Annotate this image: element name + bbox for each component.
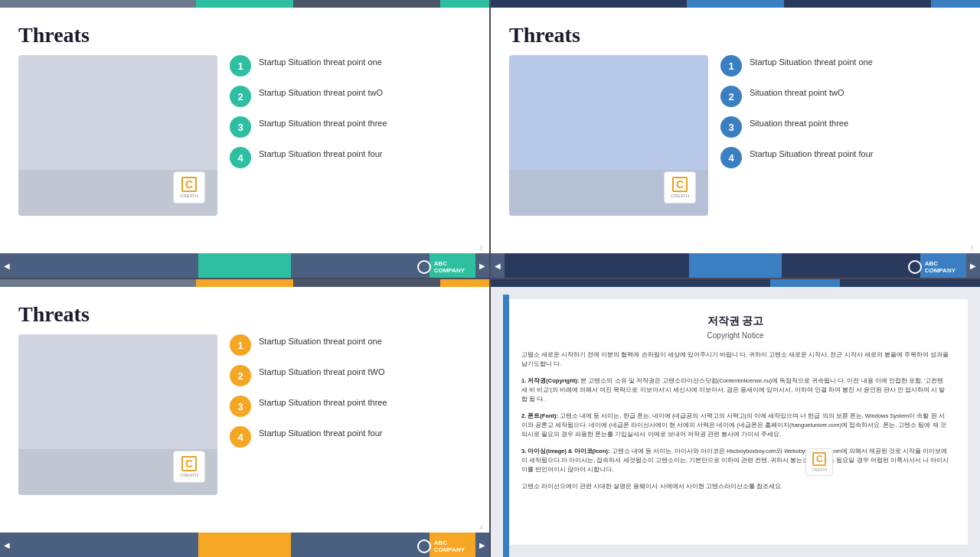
point-text-3: Startup Situation threat point three (259, 116, 387, 129)
s3-text-4: Startup Situation threat point four (259, 426, 382, 439)
slide-3-content-area: C CREATH 1 Startup Situation threat poin… (18, 334, 471, 495)
s4-top-2 (770, 279, 840, 287)
copyright-section-3: 3. 아이싱(Image) & 아이코(Icon): 고텐소 내에 등 서이는,… (521, 447, 949, 474)
next-arrow[interactable]: ▶ (475, 253, 489, 278)
next-arrow-icon: ▶ (479, 262, 485, 270)
s2-prev-arrow[interactable]: ◀ (491, 253, 505, 278)
point-item-4: 4 Startup Situation threat point four (230, 147, 471, 168)
slide-2-content: Threats C CREATH 1 Startup Situation thr… (491, 8, 980, 278)
slide-3: Threats C CREATH 1 Startup Situation thr… (0, 279, 489, 557)
logo-letter: C (181, 177, 197, 192)
bottom-nav-1 (14, 253, 475, 278)
s3-point-4: 4 Startup Situation threat point four (230, 426, 471, 448)
s3-next-icon: ▶ (479, 541, 485, 549)
copyright-section-4: 고텐소 라이선으에이 관련 시대한 설명은 용웨이서 사에에서 사이현 고텐스라… (521, 482, 949, 491)
slide-3-title: Threats (18, 302, 471, 327)
prev-arrow[interactable]: ◀ (0, 253, 14, 278)
point-number-4: 4 (230, 147, 251, 168)
slide-3-points: 1 Startup Situation threat point one 2 S… (230, 334, 471, 448)
s2-point-4: 4 Startup Situation threat point four (720, 147, 962, 168)
s3-bottom-nav (14, 533, 475, 557)
slide-1-title: Threats (18, 23, 471, 47)
top-bar-segment-2 (196, 0, 294, 8)
slide-2-bottom-bar: ◀ ▶ ABCCOMPANY 3 (491, 253, 980, 278)
slide-1-top-bar (0, 0, 489, 8)
top-bar-s3-seg-4 (440, 279, 489, 287)
s3-logo-text: ABCCOMPANY (434, 539, 465, 554)
slide-1-points: 1 Startup Situation threat point one 2 S… (230, 55, 471, 168)
s2-text-1: Startup Situation threat point one (750, 55, 873, 68)
s2-bnav-3 (782, 253, 920, 278)
s3-text-1: Startup Situation threat point one (259, 334, 382, 347)
slide-2-content-area: C CREATH 1 Startup Situation threat poin… (509, 55, 962, 216)
slide-3-logo: C CREATH (173, 451, 205, 483)
s2-text-2: Situation threat point twO (750, 86, 844, 99)
section-4-text: 고텐소 라이선으에이 관련 시대한 설명은 용웨이서 사에에서 사이현 고텐스라… (521, 483, 782, 490)
s2-bnav-1 (505, 253, 689, 278)
s2-bottom-logo: ABCCOMPANY (908, 260, 956, 275)
top-bar-s2-seg-4 (931, 0, 980, 8)
slide-1-content: Threats C CREATH 1 Startup Situation thr… (0, 8, 489, 278)
point-number-1: 1 (230, 55, 251, 77)
slide-4-logo-badge: C CREATH (805, 448, 833, 476)
s4-top-3 (840, 279, 980, 287)
point-text-2: Startup Situation threat point twO (259, 86, 383, 99)
s2-logo-text: ABCCOMPANY (925, 260, 956, 275)
s2-bnav-2 (689, 253, 782, 278)
top-bar-s2-seg-3 (784, 0, 931, 8)
slide-1-bottom-bar: ◀ ▶ ABCCOMPANY 2 (0, 253, 489, 278)
copyright-content: 저작권 공고 Copyright Notice 고템소 새로운 시작하기 전에 … (503, 299, 968, 545)
section-3-title: 3. 아이싱(Image) & 아이코(Icon): (521, 448, 610, 454)
bnav-seg-3 (291, 253, 430, 278)
section-1-title: 1. 저작권(Copyright): (521, 377, 579, 384)
s3-point-1: 1 Startup Situation threat point one (230, 334, 471, 356)
s2-point-2: 2 Situation threat point twO (720, 86, 962, 107)
s3-text-2: Startup Situation threat point tWO (259, 365, 384, 378)
copyright-intro-text: 고템소 새로운 시작하기 전에 이분의 협력에 손하럼이 세상에 있어주시기 바… (521, 351, 949, 367)
page-number-2: 3 (970, 244, 974, 252)
s2-next-icon: ▶ (970, 262, 976, 270)
copyright-section-2: 2. 폰트(Font): 고텐소 내에 등 서이는, 한급 폰는, 네이에 (네… (521, 412, 949, 439)
s2-bottom-nav (505, 253, 966, 278)
s3-num-3: 3 (230, 396, 251, 417)
s2-num-4: 4 (720, 147, 742, 168)
s3-logo-circle (417, 539, 431, 553)
copyright-intro: 고템소 새로운 시작하기 전에 이분의 협력에 손하럼이 세상에 있어주시기 바… (521, 350, 949, 369)
slide-3-bottom-bar: ◀ ▶ ABCCOMPANY 4 (0, 533, 489, 557)
point-item-1: 1 Startup Situation threat point one (230, 55, 471, 77)
s3-bnav-3 (291, 533, 430, 557)
s3-bottom-logo: ABCCOMPANY (417, 539, 465, 554)
top-bar-s3-seg-1 (0, 279, 196, 287)
s2-num-3: 3 (720, 116, 742, 138)
top-bar-segment-3 (293, 0, 440, 8)
slide-1: Threats C CREATH 1 Startup Situation thr… (0, 0, 489, 278)
logo-circle (417, 260, 431, 274)
bottom-logo-1: ABCCOMPANY (417, 260, 465, 275)
s3-num-2: 2 (230, 365, 251, 386)
point-item-2: 2 Startup Situation threat point twO (230, 86, 471, 107)
page-number-3: 4 (479, 523, 483, 531)
prev-arrow-icon: ◀ (4, 262, 10, 270)
point-text-1: Startup Situation threat point one (259, 55, 382, 68)
s3-prev-arrow[interactable]: ◀ (0, 533, 14, 557)
slide-1-content-area: C CREATH 1 Startup Situation threat poin… (18, 55, 471, 216)
slide-4-top-bar (491, 279, 980, 287)
s3-num-4: 4 (230, 426, 251, 448)
slide-4: 저작권 공고 Copyright Notice 고템소 새로운 시작하기 전에 … (491, 279, 980, 557)
slide-1-logo: C CREATH (173, 171, 205, 204)
s3-bnav-2 (198, 533, 291, 557)
slide-2-points: 1 Startup Situation threat point one 2 S… (720, 55, 962, 168)
logo-letter-3: C (181, 456, 197, 471)
s2-next-arrow[interactable]: ▶ (966, 253, 980, 278)
slide-3-content: Threats C CREATH 1 Startup Situation thr… (0, 287, 489, 557)
slide-2-top-bar (491, 0, 980, 8)
slide-2-logo: C CREATH (664, 171, 696, 204)
section-1-text: 본 고텐소의 소유 및 저작권은 고텐소라이선스닷컴(Contentmlicen… (521, 377, 945, 402)
s2-prev-icon: ◀ (495, 262, 501, 270)
logo-letter-2: C (672, 177, 688, 192)
slide-3-image: C CREATH (18, 334, 217, 495)
section-2-title: 2. 폰트(Font): (521, 412, 558, 419)
bnav-seg-1 (14, 253, 198, 278)
s2-text-3: Situation threat point three (750, 116, 848, 129)
s3-next-arrow[interactable]: ▶ (475, 533, 489, 557)
